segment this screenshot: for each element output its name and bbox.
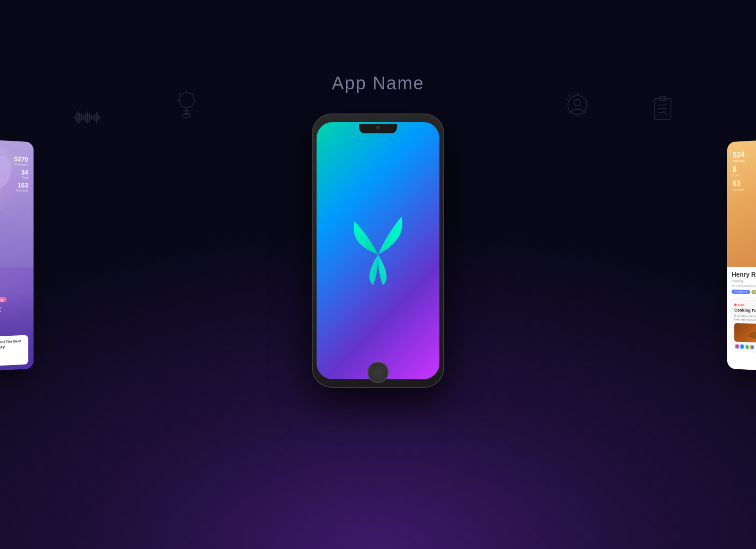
main-phone (312, 113, 444, 388)
svg-line-23 (192, 93, 194, 95)
tag-handsome: Handsome (731, 289, 750, 294)
henry-email: contact@market-me.fr (731, 284, 756, 288)
cooking-card: Live Cooking For One If you are a culina… (731, 296, 756, 356)
content-card: K-POP Compare Prices Find The Best Compu… (0, 335, 28, 369)
henry-tags: Handsome Desert Clean (731, 289, 756, 295)
profile-info: Fashion Photography Beauty Blanche Vasqu… (0, 292, 34, 374)
app-title: App Name (332, 73, 424, 94)
tag-beauty: Beauty (0, 297, 7, 303)
svg-point-26 (574, 99, 581, 106)
phone-camera (376, 126, 380, 130)
profile-tags: Fashion Photography Beauty (0, 296, 28, 304)
henry-stats: 524 followers 8 Post 63 Reviews (732, 150, 745, 194)
phone-home-button[interactable] (368, 362, 389, 383)
live-badge: Live (734, 303, 744, 306)
henry-name: Henry Rodgers (731, 270, 756, 279)
henry-role: Cooking (731, 279, 756, 283)
svg-line-22 (180, 93, 181, 95)
app-logo (340, 212, 416, 289)
screen-profile-blanche: ‹ 5270 Followers 34 Post 163 Reviews Fas… (0, 137, 34, 374)
card-footer: 👤 👤 👤 👤 (734, 344, 756, 353)
phone-screen (317, 122, 439, 379)
tag-desert: Desert (751, 290, 756, 294)
profile-stats: 5270 Followers 34 Post 163 Reviews (14, 155, 28, 195)
card-avatars: 👤 👤 👤 👤 (0, 354, 25, 364)
svg-point-43 (748, 330, 756, 343)
bulb-icon (175, 90, 198, 127)
phone-bezel (312, 113, 444, 388)
svg-point-27 (566, 93, 589, 117)
screen-profile-henry: 524 followers 8 Post 63 Reviews ‹ Henry … (727, 137, 756, 374)
svg-point-15 (179, 93, 194, 108)
waveform-icon (73, 104, 102, 131)
screens-container: 👩 Linnie Ramsey 221-067-4004 (71, 132, 685, 416)
cooking-card-desc: If you are a culinary fan, if you like t… (734, 314, 756, 324)
clipboard-icon (652, 95, 673, 129)
profile-role: Designer at Google (0, 314, 28, 321)
svg-line-30 (568, 95, 570, 96)
person-circle-icon (565, 92, 591, 127)
henry-info: Henry Rodgers Follow Cooking contact@mar… (727, 267, 756, 374)
svg-rect-24 (183, 114, 190, 117)
food-image (734, 323, 756, 345)
